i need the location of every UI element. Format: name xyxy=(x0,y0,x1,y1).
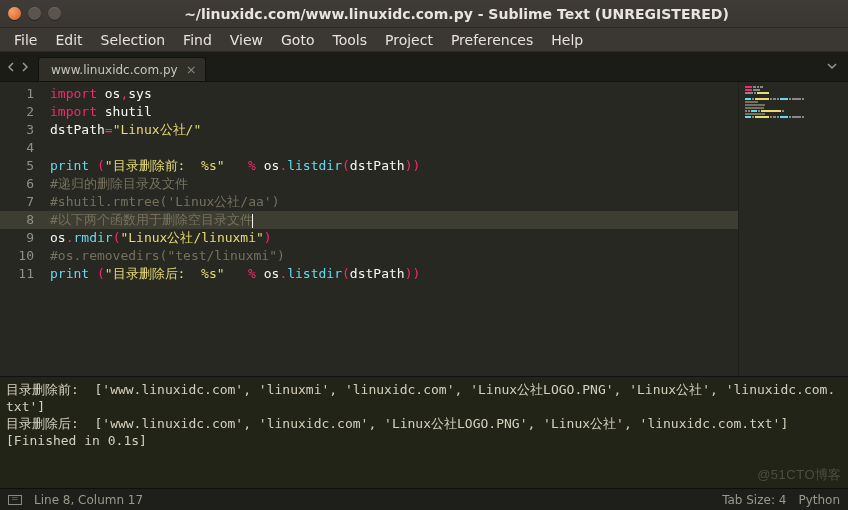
menu-goto[interactable]: Goto xyxy=(273,30,322,50)
code-line: print ("目录删除后: %s" % os.listdir(dstPath)… xyxy=(50,265,738,283)
status-tab-size[interactable]: Tab Size: 4 xyxy=(722,493,786,507)
code-line: os.rmdir("Linux公社/linuxmi") xyxy=(50,229,738,247)
code-line: #递归的删除目录及文件 xyxy=(50,175,738,193)
status-syntax[interactable]: Python xyxy=(798,493,840,507)
menu-selection[interactable]: Selection xyxy=(93,30,174,50)
menu-edit[interactable]: Edit xyxy=(47,30,90,50)
nav-forward-icon[interactable] xyxy=(20,60,30,75)
menu-preferences[interactable]: Preferences xyxy=(443,30,541,50)
file-tab-label: www.linuxidc.com.py xyxy=(51,63,178,77)
code-line: import os,sys xyxy=(50,85,738,103)
build-output-panel[interactable]: 目录删除前: ['www.linuxidc.com', 'linuxmi', '… xyxy=(0,376,848,488)
code-view[interactable]: import os,sysimport shutildstPath="Linux… xyxy=(44,82,738,376)
window-titlebar: ~/linuxidc.com/www.linuxidc.com.py - Sub… xyxy=(0,0,848,28)
window-minimize-button[interactable] xyxy=(28,7,41,20)
menu-tools[interactable]: Tools xyxy=(324,30,375,50)
window-maximize-button[interactable] xyxy=(48,7,61,20)
tab-bar: www.linuxidc.com.py × xyxy=(0,52,848,82)
code-line: #shutil.rmtree('Linux公社/aa') xyxy=(50,193,738,211)
window-controls xyxy=(8,7,61,20)
menu-help[interactable]: Help xyxy=(543,30,591,50)
console-toggle-icon[interactable] xyxy=(8,495,22,505)
status-bar: Line 8, Column 17 Tab Size: 4 Python xyxy=(0,488,848,510)
code-line xyxy=(50,139,738,157)
code-line: #以下两个函数用于删除空目录文件 xyxy=(50,211,738,229)
menu-find[interactable]: Find xyxy=(175,30,220,50)
menu-view[interactable]: View xyxy=(222,30,271,50)
file-tab[interactable]: www.linuxidc.com.py × xyxy=(38,57,206,81)
tab-overflow-icon[interactable] xyxy=(826,60,838,75)
nav-back-icon[interactable] xyxy=(6,60,16,75)
window-close-button[interactable] xyxy=(8,7,21,20)
code-line: print ("目录删除前: %s" % os.listdir(dstPath)… xyxy=(50,157,738,175)
line-gutter: 1234567891011 xyxy=(0,82,44,376)
code-line: dstPath="Linux公社/" xyxy=(50,121,738,139)
code-line: #os.removedirs("test/linuxmi") xyxy=(50,247,738,265)
editor-area: 1234567891011 import os,sysimport shutil… xyxy=(0,82,848,376)
watermark: @51CTO博客 xyxy=(757,466,842,484)
menu-file[interactable]: File xyxy=(6,30,45,50)
window-title: ~/linuxidc.com/www.linuxidc.com.py - Sub… xyxy=(73,6,840,22)
menu-bar: FileEditSelectionFindViewGotoToolsProjec… xyxy=(0,28,848,52)
menu-project[interactable]: Project xyxy=(377,30,441,50)
minimap[interactable] xyxy=(738,82,848,376)
status-cursor-position[interactable]: Line 8, Column 17 xyxy=(34,493,143,507)
tab-close-icon[interactable]: × xyxy=(186,62,197,77)
code-line: import shutil xyxy=(50,103,738,121)
